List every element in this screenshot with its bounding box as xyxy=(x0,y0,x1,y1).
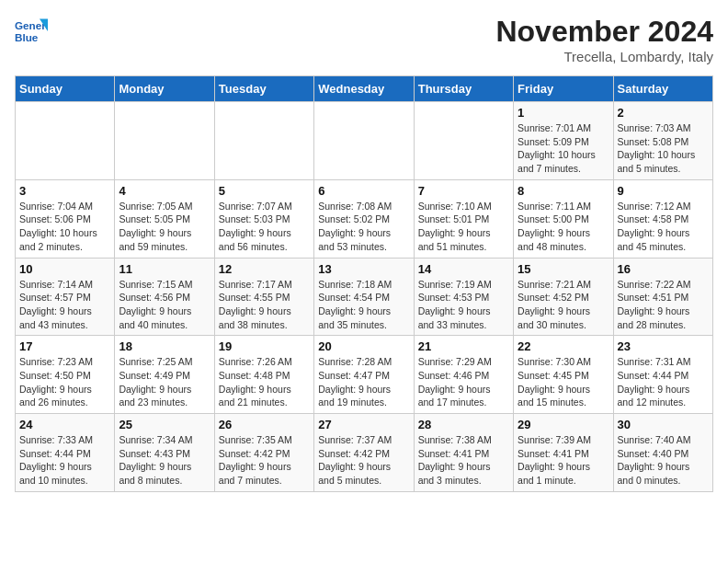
header-tuesday: Tuesday xyxy=(214,76,313,102)
day-info: Sunrise: 7:07 AMSunset: 5:03 PMDaylight:… xyxy=(219,200,310,254)
calendar-cell: 29Sunrise: 7:39 AMSunset: 4:41 PMDayligh… xyxy=(514,414,613,492)
day-info: Sunrise: 7:29 AMSunset: 4:46 PMDaylight:… xyxy=(418,355,509,409)
calendar-cell: 7Sunrise: 7:10 AMSunset: 5:01 PMDaylight… xyxy=(414,179,513,258)
day-number: 21 xyxy=(418,339,509,353)
day-number: 11 xyxy=(119,262,210,276)
day-number: 15 xyxy=(518,262,609,276)
calendar-cell: 26Sunrise: 7:35 AMSunset: 4:42 PMDayligh… xyxy=(214,414,313,492)
calendar-cell: 4Sunrise: 7:05 AMSunset: 5:05 PMDaylight… xyxy=(115,179,214,258)
logo-icon: General Blue xyxy=(15,15,48,48)
day-number: 10 xyxy=(19,262,110,276)
day-number: 27 xyxy=(318,418,409,431)
day-number: 30 xyxy=(618,418,709,431)
day-number: 14 xyxy=(418,262,509,276)
calendar-cell: 8Sunrise: 7:11 AMSunset: 5:00 PMDaylight… xyxy=(514,179,613,258)
week-row-0: 1Sunrise: 7:01 AMSunset: 5:09 PMDaylight… xyxy=(16,102,713,180)
day-info: Sunrise: 7:04 AMSunset: 5:06 PMDaylight:… xyxy=(19,200,110,254)
day-number: 24 xyxy=(19,418,110,431)
day-number: 26 xyxy=(219,418,310,431)
day-info: Sunrise: 7:35 AMSunset: 4:42 PMDaylight:… xyxy=(219,433,310,488)
calendar-cell xyxy=(314,102,414,180)
day-info: Sunrise: 7:19 AMSunset: 4:53 PMDaylight:… xyxy=(418,278,509,332)
day-info: Sunrise: 7:33 AMSunset: 4:44 PMDaylight:… xyxy=(19,433,110,488)
calendar-cell: 20Sunrise: 7:28 AMSunset: 4:47 PMDayligh… xyxy=(314,336,414,414)
calendar-header: SundayMondayTuesdayWednesdayThursdayFrid… xyxy=(16,76,713,102)
header-row: SundayMondayTuesdayWednesdayThursdayFrid… xyxy=(16,76,713,102)
day-info: Sunrise: 7:05 AMSunset: 5:05 PMDaylight:… xyxy=(119,200,210,254)
day-info: Sunrise: 7:25 AMSunset: 4:49 PMDaylight:… xyxy=(119,355,210,409)
week-row-3: 17Sunrise: 7:23 AMSunset: 4:50 PMDayligh… xyxy=(16,336,713,414)
calendar-cell: 23Sunrise: 7:31 AMSunset: 4:44 PMDayligh… xyxy=(613,336,712,414)
day-number: 6 xyxy=(318,184,409,198)
day-number: 13 xyxy=(318,262,409,276)
calendar-cell: 5Sunrise: 7:07 AMSunset: 5:03 PMDaylight… xyxy=(214,179,313,258)
day-info: Sunrise: 7:34 AMSunset: 4:43 PMDaylight:… xyxy=(119,433,210,488)
calendar-cell: 13Sunrise: 7:18 AMSunset: 4:54 PMDayligh… xyxy=(314,258,414,336)
logo: General Blue xyxy=(15,15,48,48)
calendar-cell: 14Sunrise: 7:19 AMSunset: 4:53 PMDayligh… xyxy=(414,258,513,336)
calendar-body: 1Sunrise: 7:01 AMSunset: 5:09 PMDaylight… xyxy=(16,102,713,492)
header-sunday: Sunday xyxy=(16,76,115,102)
header-wednesday: Wednesday xyxy=(314,76,414,102)
calendar-cell xyxy=(16,102,115,180)
calendar-cell xyxy=(115,102,214,180)
calendar-cell: 16Sunrise: 7:22 AMSunset: 4:51 PMDayligh… xyxy=(613,258,712,336)
day-info: Sunrise: 7:37 AMSunset: 4:42 PMDaylight:… xyxy=(318,433,409,488)
calendar-cell: 9Sunrise: 7:12 AMSunset: 4:58 PMDaylight… xyxy=(613,179,712,258)
calendar-cell: 30Sunrise: 7:40 AMSunset: 4:40 PMDayligh… xyxy=(613,414,712,492)
calendar-table: SundayMondayTuesdayWednesdayThursdayFrid… xyxy=(15,75,713,492)
calendar-cell xyxy=(414,102,513,180)
calendar-cell: 11Sunrise: 7:15 AMSunset: 4:56 PMDayligh… xyxy=(115,258,214,336)
calendar-cell xyxy=(214,102,313,180)
day-number: 2 xyxy=(618,106,709,120)
calendar-cell: 1Sunrise: 7:01 AMSunset: 5:09 PMDaylight… xyxy=(514,102,613,180)
calendar-cell: 12Sunrise: 7:17 AMSunset: 4:55 PMDayligh… xyxy=(214,258,313,336)
day-number: 22 xyxy=(518,339,609,353)
calendar-cell: 25Sunrise: 7:34 AMSunset: 4:43 PMDayligh… xyxy=(115,414,214,492)
calendar-cell: 22Sunrise: 7:30 AMSunset: 4:45 PMDayligh… xyxy=(514,336,613,414)
day-info: Sunrise: 7:31 AMSunset: 4:44 PMDaylight:… xyxy=(618,355,709,409)
day-number: 16 xyxy=(618,262,709,276)
location: Trecella, Lombardy, Italy xyxy=(495,49,713,64)
day-info: Sunrise: 7:01 AMSunset: 5:09 PMDaylight:… xyxy=(518,121,609,176)
header-monday: Monday xyxy=(115,76,214,102)
day-info: Sunrise: 7:10 AMSunset: 5:01 PMDaylight:… xyxy=(418,200,509,254)
day-number: 4 xyxy=(119,184,210,198)
day-info: Sunrise: 7:30 AMSunset: 4:45 PMDaylight:… xyxy=(518,355,609,409)
header-friday: Friday xyxy=(514,76,613,102)
calendar-cell: 2Sunrise: 7:03 AMSunset: 5:08 PMDaylight… xyxy=(613,102,712,180)
day-number: 28 xyxy=(418,418,509,431)
calendar-cell: 15Sunrise: 7:21 AMSunset: 4:52 PMDayligh… xyxy=(514,258,613,336)
calendar-cell: 17Sunrise: 7:23 AMSunset: 4:50 PMDayligh… xyxy=(16,336,115,414)
day-number: 9 xyxy=(618,184,709,198)
day-number: 20 xyxy=(318,339,409,353)
day-info: Sunrise: 7:11 AMSunset: 5:00 PMDaylight:… xyxy=(518,200,609,254)
calendar-cell: 10Sunrise: 7:14 AMSunset: 4:57 PMDayligh… xyxy=(16,258,115,336)
day-number: 1 xyxy=(518,106,609,120)
calendar-cell: 18Sunrise: 7:25 AMSunset: 4:49 PMDayligh… xyxy=(115,336,214,414)
day-number: 25 xyxy=(119,418,210,431)
calendar-cell: 27Sunrise: 7:37 AMSunset: 4:42 PMDayligh… xyxy=(314,414,414,492)
day-info: Sunrise: 7:22 AMSunset: 4:51 PMDaylight:… xyxy=(618,278,709,332)
week-row-2: 10Sunrise: 7:14 AMSunset: 4:57 PMDayligh… xyxy=(16,258,713,336)
day-info: Sunrise: 7:26 AMSunset: 4:48 PMDaylight:… xyxy=(219,355,310,409)
calendar-cell: 19Sunrise: 7:26 AMSunset: 4:48 PMDayligh… xyxy=(214,336,313,414)
day-number: 29 xyxy=(518,418,609,431)
calendar-cell: 6Sunrise: 7:08 AMSunset: 5:02 PMDaylight… xyxy=(314,179,414,258)
day-number: 5 xyxy=(219,184,310,198)
day-info: Sunrise: 7:03 AMSunset: 5:08 PMDaylight:… xyxy=(618,121,709,176)
day-info: Sunrise: 7:39 AMSunset: 4:41 PMDaylight:… xyxy=(518,433,609,488)
calendar-cell: 21Sunrise: 7:29 AMSunset: 4:46 PMDayligh… xyxy=(414,336,513,414)
day-info: Sunrise: 7:28 AMSunset: 4:47 PMDaylight:… xyxy=(318,355,409,409)
calendar-cell: 3Sunrise: 7:04 AMSunset: 5:06 PMDaylight… xyxy=(16,179,115,258)
day-info: Sunrise: 7:38 AMSunset: 4:41 PMDaylight:… xyxy=(418,433,509,488)
day-number: 18 xyxy=(119,339,210,353)
day-info: Sunrise: 7:14 AMSunset: 4:57 PMDaylight:… xyxy=(19,278,110,332)
month-title: November 2024 xyxy=(495,15,713,49)
day-info: Sunrise: 7:18 AMSunset: 4:54 PMDaylight:… xyxy=(318,278,409,332)
calendar-cell: 24Sunrise: 7:33 AMSunset: 4:44 PMDayligh… xyxy=(16,414,115,492)
page-header: General Blue November 2024 Trecella, Lom… xyxy=(15,15,713,64)
calendar-cell: 28Sunrise: 7:38 AMSunset: 4:41 PMDayligh… xyxy=(414,414,513,492)
day-number: 3 xyxy=(19,184,110,198)
day-number: 19 xyxy=(219,339,310,353)
